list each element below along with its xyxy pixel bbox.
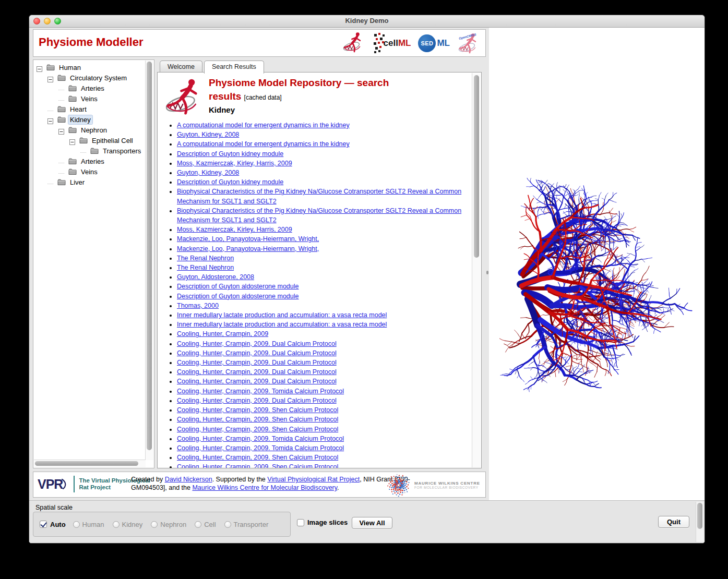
tree-item-arteries[interactable]: Arteries [33,156,146,166]
result-link[interactable]: Cooling, Hunter, Crampin, 2009. Shen Cal… [177,454,338,461]
tree-expander-minus-icon[interactable] [69,138,75,143]
bottom-scroll-thumb[interactable] [697,503,702,529]
result-link[interactable]: Guyton, Kidney, 2008 [177,131,239,138]
result-link[interactable]: Moss, Kazmierczak, Kirley, Harris, 2009 [177,160,292,167]
sedml-ml-text: ML [437,38,450,49]
auto-checkbox[interactable] [40,521,47,528]
result-item: Description of Guyton kidney module [177,149,467,159]
kidney-render[interactable] [489,28,705,513]
result-link[interactable]: Cooling, Hunter, Crampin, 2009. Shen Cal… [177,406,338,414]
scale-radio-cell[interactable] [195,521,201,528]
result-link[interactable]: Description of Guyton aldosterone module [177,283,299,290]
tree-item-epithelial-cell[interactable]: Epithelial Cell [33,135,146,146]
tree-item-kidney[interactable]: Kidney [33,114,146,125]
result-link[interactable]: A computational model for emergent dynam… [177,140,350,148]
tree-item-veins[interactable]: Veins [33,93,146,104]
result-link[interactable]: Thomas, 2000 [177,302,219,309]
result-item: Cooling, Hunter, Crampin, 2009. Dual Cal… [177,377,467,386]
attribution-link[interactable]: David Nickerson [165,476,212,483]
result-link[interactable]: Cooling, Hunter, Crampin, 2009. Tomida C… [177,435,344,442]
result-link[interactable]: Biophysical Characteristics of the Pig K… [177,188,461,204]
result-link[interactable]: Inner medullary lactate production and a… [177,321,387,328]
physiome-runner-icon [342,31,366,55]
result-link[interactable]: Moss, Kazmierczak, Kirley, Harris, 2009 [177,226,292,233]
attribution-link[interactable]: Maurice Wilkins Centre for Molecular Bio… [192,484,337,491]
view-all-button[interactable]: View All [352,517,392,529]
result-link[interactable]: Cooling, Hunter, Crampin, 2009. Dual Cal… [177,359,337,366]
result-link[interactable]: Description of Guyton kidney module [177,150,283,158]
bottom-scrollbar[interactable] [696,502,704,542]
tree-item-liver[interactable]: Liver [33,177,146,187]
result-link[interactable]: The Renal Nephron [177,264,234,271]
scale-radio-transporter[interactable] [224,521,231,528]
results-vertical-scrollbar[interactable] [472,73,481,467]
tree-horizontal-scrollbar[interactable] [34,460,146,467]
result-link[interactable]: A computational model for emergent dynam… [177,122,350,129]
result-link[interactable]: Cooling, Hunter, Crampin, 2009. Shen Cal… [177,463,338,468]
result-link[interactable]: Cooling, Hunter, Crampin, 2009. Shen Cal… [177,426,338,433]
result-link[interactable]: The Renal Nephron [177,255,234,262]
result-item: Cooling, Hunter, Crampin, 2009. Dual Cal… [177,367,467,377]
tree-expander-minus-icon[interactable] [47,75,53,81]
result-link[interactable]: Guyton, Aldosterone, 2008 [177,273,254,281]
result-item: Cooling, Hunter, Crampin, 2009. Tomida C… [177,443,467,453]
tree-item-arteries[interactable]: Arteries [33,83,146,93]
tree-expander-minus-icon[interactable] [37,65,42,70]
tree-item-heart[interactable]: Heart [33,104,146,114]
result-link[interactable]: Description of Guyton kidney module [177,178,283,186]
results-vscroll-thumb[interactable] [474,75,479,258]
result-link[interactable]: Cooling, Hunter, Crampin, 2009. Dual Cal… [177,340,337,347]
result-item: Cooling, Hunter, Crampin, 2009. Tomida C… [177,434,467,443]
cellml-ml-text: ML [398,38,411,49]
tree-hscroll-thumb[interactable] [35,461,138,466]
tree-item-label: Circulatory System [68,74,128,82]
scale-radio-human[interactable] [73,521,80,528]
kidney-3d-viewport[interactable] [489,28,705,513]
attribution-link[interactable]: Virtual Physiological Rat Project [267,476,360,483]
result-link[interactable]: Cooling, Hunter, Crampin, 2009. Tomida C… [177,444,344,452]
tree-vscroll-thumb[interactable] [147,62,152,450]
tab-search-results[interactable]: Search Results [204,61,264,74]
result-link[interactable]: Mackenzie, Loo, Panayotova-Heiermann, Wr… [177,235,319,243]
result-link[interactable]: Cooling, Hunter, Crampin, 2009. Dual Cal… [177,349,337,357]
tree-item-veins[interactable]: Veins [33,166,146,177]
tree-expander-minus-icon[interactable] [58,127,64,133]
attribution-segment: . [337,484,339,491]
result-link[interactable]: Description of Guyton aldosterone module [177,293,299,300]
result-link[interactable]: Mackenzie, Loo, Panayotova-Heiermann, Wr… [177,245,319,252]
scale-radio-kidney[interactable] [113,521,120,528]
tree-item-label: Arteries [79,84,106,93]
tree-item-circulatory-system[interactable]: Circulatory System [33,73,146,83]
attribution-segment: . Supported by the [212,476,268,483]
logo-row: cellML SED ML OpenCMISS [342,32,481,55]
result-link[interactable]: Cooling, Hunter, Crampin, 2009. Tomida C… [177,388,344,395]
result-link[interactable]: Cooling, Hunter, Crampin, 2009. Dual Cal… [177,368,337,376]
image-slices-checkbox[interactable] [297,519,304,526]
mwc-name: MAURICE WILKINS CENTRE [414,481,480,486]
folder-icon [68,168,77,175]
result-link[interactable]: Guyton, Kidney, 2008 [177,169,239,176]
mwc-spiral-icon [387,473,411,497]
result-link[interactable]: Cooling, Hunter, Crampin, 2009. Dual Cal… [177,397,337,404]
tree-item-transporters[interactable]: Transporters [33,146,146,156]
result-item: Guyton, Kidney, 2008 [177,168,467,177]
result-link[interactable]: Cooling, Hunter, Crampin, 2009. Dual Cal… [177,378,337,385]
tree-item-human[interactable]: Human [33,62,146,73]
tree-vertical-scrollbar[interactable] [145,61,153,460]
result-item: Mackenzie, Loo, Panayotova-Heiermann, Wr… [177,244,467,254]
result-item: Moss, Kazmierczak, Kirley, Harris, 2009 [177,159,467,168]
result-link[interactable]: Cooling, Hunter, Crampin, 2009. Shen Cal… [177,416,338,423]
titlebar[interactable]: Kidney Demo [29,15,705,28]
result-link[interactable]: Biophysical Characteristics of the Pig K… [177,207,461,224]
result-link[interactable]: Cooling, Hunter, Crampin, 2009 [177,330,268,337]
scale-radio-nephron[interactable] [151,521,158,528]
result-link[interactable]: Inner medullary lactate production and a… [177,311,387,319]
result-item: Moss, Kazmierczak, Kirley, Harris, 2009 [177,225,467,234]
folder-icon [46,64,55,71]
folder-icon [68,95,77,102]
quit-button[interactable]: Quit [658,516,689,528]
physiome-logo-large [163,77,207,118]
tree-item-nephron[interactable]: Nephron [33,125,146,135]
tree-expander-minus-icon[interactable] [47,117,53,123]
result-item: Guyton, Aldosterone, 2008 [177,272,467,282]
